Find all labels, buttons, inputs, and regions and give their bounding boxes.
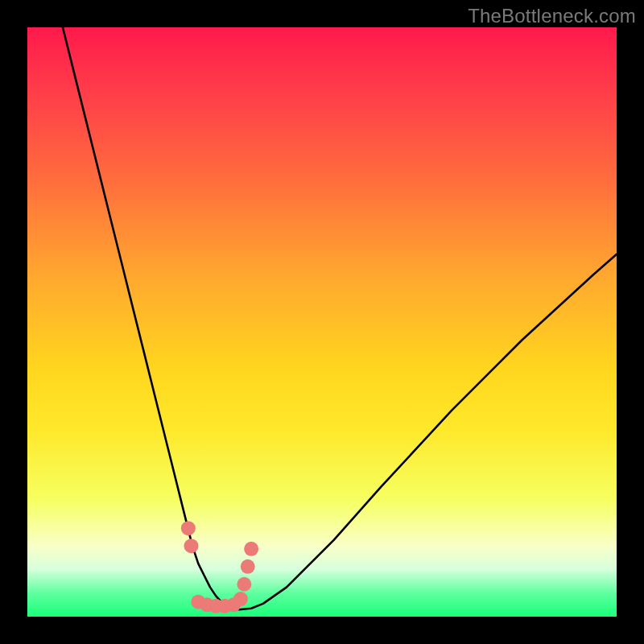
curve-layer — [27, 27, 617, 617]
curve-marker — [244, 542, 258, 556]
curve-marker — [184, 539, 199, 553]
curve-marker — [241, 559, 255, 574]
plot-area — [27, 27, 617, 617]
chart-frame: TheBottleneck.com — [0, 0, 644, 644]
bottleneck-curve — [63, 27, 617, 609]
curve-marker — [233, 592, 248, 606]
curve-marker — [237, 577, 251, 592]
watermark-text: TheBottleneck.com — [468, 5, 636, 27]
curve-marker — [181, 521, 196, 535]
